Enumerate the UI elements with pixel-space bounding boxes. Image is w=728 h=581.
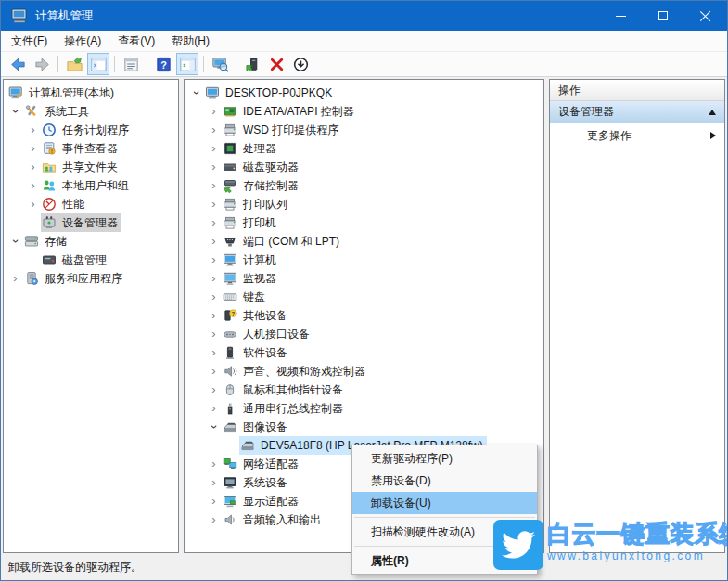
console-tree-item[interactable]: ›共享文件夹 (4, 158, 178, 176)
properties-button[interactable] (120, 53, 142, 75)
console-tree-item[interactable]: ›本地用户和组 (4, 176, 178, 195)
menu-file[interactable]: 文件(F) (3, 31, 56, 51)
console-tree-item[interactable]: ›存储 (4, 232, 178, 251)
chevron-right-icon[interactable]: › (206, 307, 222, 324)
device-tree-item[interactable]: ›键盘 (185, 288, 543, 306)
show-console-tree-button[interactable] (87, 53, 109, 75)
device-tree-item[interactable]: ›图像设备 (185, 418, 543, 436)
chevron-right-icon[interactable]: › (206, 196, 222, 213)
chevron-right-icon[interactable]: › (206, 344, 222, 361)
performance-icon (42, 197, 57, 212)
tree-item-label: 设备管理器 (62, 213, 118, 232)
device-tree-item[interactable]: ›监视器 (185, 269, 543, 288)
chevron-right-icon[interactable]: › (25, 196, 41, 213)
chevron-right-icon[interactable]: › (206, 381, 222, 398)
chevron-right-icon[interactable]: › (206, 177, 222, 194)
chevron-right-icon[interactable]: › (206, 511, 222, 528)
expand-right-icon (710, 132, 716, 139)
chevron-right-icon[interactable]: › (206, 400, 222, 417)
computer-mgmt-icon (8, 85, 23, 100)
console-tree-item[interactable]: ›性能 (4, 195, 178, 213)
chevron-right-icon[interactable]: › (206, 289, 222, 305)
minimize-button[interactable] (599, 1, 642, 31)
device-tree-item[interactable]: ›声音、视频和游戏控制器 (185, 362, 543, 381)
context-menu-item-update-driver[interactable]: 更新驱动程序(P) (352, 447, 537, 470)
chevron-right-icon[interactable]: › (206, 214, 222, 231)
device-tree-item[interactable]: ›端口 (COM 和 LPT) (185, 232, 543, 251)
device-tree-item[interactable]: ›计算机 (185, 251, 543, 269)
device-tree-item[interactable]: ›鼠标和其他指针设备 (185, 381, 543, 399)
chevron-right-icon[interactable]: › (206, 270, 222, 287)
chevron-right-icon[interactable]: › (206, 456, 222, 472)
device-tree-item[interactable]: ›软件设备 (185, 343, 543, 362)
device-tree-item[interactable]: ›磁盘驱动器 (185, 158, 543, 176)
computer-icon (223, 252, 237, 267)
console-tree: 计算机管理(本地)›系统工具›任务计划程序›事件查看器›共享文件夹›本地用户和组… (4, 80, 178, 288)
device-tree-item[interactable]: ›WSD 打印提供程序 (185, 121, 543, 139)
chevron-right-icon[interactable]: › (25, 122, 41, 138)
forward-button[interactable] (31, 53, 53, 75)
chevron-right-icon[interactable]: › (206, 159, 222, 175)
show-action-pane-button[interactable] (176, 53, 198, 75)
console-tree-item[interactable]: 设备管理器 (4, 213, 178, 232)
device-tree-item[interactable]: ›打印机 (185, 213, 543, 232)
maximize-button[interactable] (642, 1, 684, 31)
device-tree-item[interactable]: ›处理器 (185, 139, 543, 158)
chevron-right-icon[interactable]: › (206, 122, 222, 138)
chevron-right-icon[interactable]: › (206, 326, 222, 342)
actions-section-device-manager[interactable]: 设备管理器 (550, 101, 724, 123)
console-tree-item[interactable]: 磁盘管理 (4, 251, 178, 269)
show-action-pane-icon (179, 56, 197, 73)
tree-item-label: 系统工具 (45, 102, 89, 121)
console-tree-item[interactable]: ›事件查看器 (4, 139, 178, 158)
chevron-right-icon[interactable]: › (206, 474, 222, 491)
printer-icon (223, 197, 237, 212)
update-driver-button[interactable] (241, 53, 263, 75)
chevron-right-icon[interactable]: › (206, 493, 222, 510)
console-tree-item[interactable]: ›服务和应用程序 (4, 269, 178, 288)
tree-item-label: 磁盘管理 (62, 251, 107, 269)
more-actions-item[interactable]: 更多操作 (550, 123, 724, 148)
collapse-icon[interactable] (709, 110, 716, 115)
chevron-down-icon[interactable]: › (7, 104, 24, 120)
chevron-right-icon[interactable]: › (25, 140, 41, 157)
chevron-right-icon[interactable]: › (206, 233, 222, 250)
chevron-right-icon[interactable]: › (7, 270, 23, 287)
export-list-button[interactable] (63, 53, 85, 75)
console-tree-item[interactable]: 计算机管理(本地) (4, 84, 178, 102)
chevron-right-icon[interactable]: › (25, 177, 41, 194)
chevron-right-icon[interactable]: › (206, 252, 222, 268)
remote-scan-button[interactable] (209, 53, 231, 75)
chevron-right-icon[interactable]: › (206, 103, 222, 120)
chevron-down-icon[interactable]: › (7, 234, 24, 250)
device-tree-item[interactable]: ›通用串行总线控制器 (185, 399, 543, 418)
tree-item-label: 打印队列 (243, 195, 287, 213)
tree-item-label: 任务计划程序 (62, 121, 129, 139)
chevron-right-icon[interactable]: › (25, 159, 41, 175)
chevron-down-icon[interactable]: › (206, 420, 223, 435)
imaging-device-icon (240, 438, 255, 453)
device-tree-item[interactable]: ›存储控制器 (185, 176, 543, 195)
menu-help[interactable]: 帮助(H) (163, 31, 218, 51)
back-button[interactable] (6, 53, 29, 75)
device-tree-item[interactable]: ›其他设备 (185, 306, 543, 325)
device-tree-item[interactable]: ›打印队列 (185, 195, 543, 213)
context-menu-item-uninstall-device[interactable]: 卸载设备(U) (352, 492, 537, 514)
disable-device-button[interactable] (289, 53, 312, 75)
console-tree-item[interactable]: ›系统工具 (4, 102, 178, 121)
device-tree-item[interactable]: ›人机接口设备 (185, 325, 543, 343)
close-button[interactable] (684, 1, 727, 31)
context-menu-item-disable-device[interactable]: 禁用设备(D) (352, 470, 537, 492)
console-tree-item[interactable]: ›任务计划程序 (4, 121, 178, 139)
more-actions-label: 更多操作 (587, 128, 710, 144)
back-icon (9, 56, 27, 73)
device-tree-item[interactable]: ›IDE ATA/ATAPI 控制器 (185, 102, 543, 121)
chevron-right-icon[interactable]: › (206, 363, 222, 380)
menu-action[interactable]: 操作(A) (56, 31, 109, 51)
chevron-right-icon[interactable]: › (206, 140, 222, 157)
chevron-down-icon[interactable]: › (188, 85, 205, 101)
menu-view[interactable]: 查看(V) (109, 31, 163, 51)
device-tree-item[interactable]: ›DESKTOP-P0JPKQK (185, 84, 543, 102)
uninstall-device-button[interactable] (265, 53, 287, 75)
help-button[interactable] (152, 53, 174, 75)
